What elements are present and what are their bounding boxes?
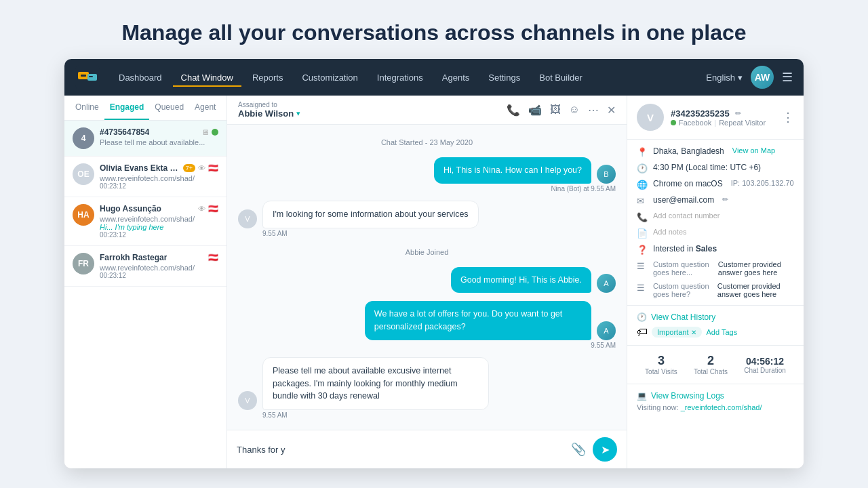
rp-browser-row: 🌐 Chrome on macOS IP: 103.205.132.70 bbox=[637, 179, 794, 190]
user-avatar[interactable]: AW bbox=[751, 66, 774, 89]
online-badge bbox=[212, 129, 218, 136]
image-icon[interactable]: 🖼 bbox=[550, 104, 561, 116]
tab-engaged[interactable]: Engaged bbox=[104, 96, 150, 120]
chat-item-time: 00:23:12 bbox=[100, 182, 218, 190]
sidebar-tabs: Online Engaged Queued Agent bbox=[64, 96, 226, 121]
list-item[interactable]: 4 #4735647854 🖥 Please tell me about ava… bbox=[64, 121, 226, 157]
nav-bot-builder[interactable]: Bot Builder bbox=[531, 68, 591, 87]
monitor-icon: 🖥 bbox=[201, 128, 209, 136]
navbar-right: English ▾ AW ☰ bbox=[706, 66, 793, 89]
message-bubble: Good morning! Hi, This is Abbie. bbox=[451, 267, 591, 293]
list-item[interactable]: OE Olivia Evans Ekta Bishal N... 7+ 👁 🇦🇹… bbox=[64, 157, 226, 197]
nav-dashboard[interactable]: Dashboard bbox=[111, 68, 170, 87]
nav-agents[interactable]: Agents bbox=[434, 68, 477, 87]
visiting-now: Visiting now: _reveinfotech.com/shad/ bbox=[637, 403, 794, 411]
navbar: Dashboard Chat Window Reports Customizat… bbox=[64, 59, 804, 96]
chat-item-content: Farrokh Rastegar 🇦🇹 www.reveinfotech.com… bbox=[100, 253, 218, 279]
more-options-icon[interactable]: ⋮ bbox=[782, 110, 794, 125]
view-on-map-link[interactable]: View on Map bbox=[732, 146, 775, 155]
edit-email-icon[interactable]: ✏ bbox=[722, 195, 728, 204]
add-tags-link[interactable]: Add Tags bbox=[706, 328, 737, 336]
tab-agent[interactable]: Agent bbox=[189, 96, 221, 120]
chat-item-name: #4735647854 bbox=[100, 127, 149, 137]
assigned-to-section: Assaigned to Abbie Wilson ▾ bbox=[238, 101, 300, 119]
list-item[interactable]: HA Hugo Assunção 👁 🇦🇹 www.reveinfotech.c… bbox=[64, 197, 226, 246]
agent-avatar: A bbox=[597, 274, 616, 293]
close-button[interactable]: ✕ bbox=[607, 104, 616, 117]
question-icon: ❓ bbox=[637, 245, 648, 255]
list-icon: ☰ bbox=[637, 283, 648, 293]
chat-item-content: Hugo Assunção 👁 🇦🇹 www.reveinfotech.com/… bbox=[100, 204, 218, 239]
rp-time-row: 🕐 4:30 PM (Local time: UTC +6) bbox=[637, 163, 794, 174]
message-group: Hi, This is Nina. How can I help you? B … bbox=[238, 157, 616, 192]
chat-item-name: Olivia Evans Ekta Bishal N... bbox=[100, 163, 180, 173]
agent-joined-notice: Abbie Joined bbox=[238, 248, 616, 256]
language-label: English bbox=[706, 73, 735, 83]
chevron-down-icon: ▾ bbox=[738, 73, 743, 83]
list-item[interactable]: FR Farrokh Rastegar 🇦🇹 www.reveinfotech.… bbox=[64, 246, 226, 287]
tab-queued[interactable]: Queued bbox=[149, 96, 189, 120]
more-icon[interactable]: ⋯ bbox=[588, 104, 599, 117]
stat-chat-duration: 04:56:12 Chat Duration bbox=[744, 356, 786, 374]
phone-icon[interactable]: 📞 bbox=[507, 104, 520, 117]
nav-chat-window[interactable]: Chat Window bbox=[173, 68, 241, 87]
chat-date-divider: Chat Started - 23 May 2020 bbox=[238, 138, 616, 146]
clock-icon: 🕐 bbox=[637, 163, 648, 174]
message-row: We have a lot of offers for you. Do you … bbox=[238, 301, 616, 340]
rp-stats: 3 Total Visits 2 Total Chats 04:56:12 Ch… bbox=[627, 346, 804, 384]
unread-badge: 7+ bbox=[183, 164, 195, 172]
location-icon: 📍 bbox=[637, 147, 648, 157]
chat-item-typing: Hi... I'm typing here bbox=[100, 223, 218, 231]
email-icon: ✉ bbox=[637, 196, 648, 206]
notes-icon: 📄 bbox=[637, 228, 648, 239]
edit-icon[interactable]: ✏ bbox=[735, 109, 741, 118]
message-group: We have a lot of offers for you. Do you … bbox=[238, 301, 616, 349]
nav-settings[interactable]: Settings bbox=[480, 68, 528, 87]
attach-icon[interactable]: 📎 bbox=[571, 442, 586, 457]
chat-input[interactable] bbox=[237, 445, 564, 455]
chat-input-area: 📎 ➤ bbox=[227, 430, 627, 468]
assigned-to-label: Assaigned to bbox=[238, 101, 300, 108]
chat-messages: Chat Started - 23 May 2020 Hi, This is N… bbox=[227, 125, 627, 430]
svg-rect-2 bbox=[81, 75, 86, 77]
flag-icon: 🇦🇹 bbox=[208, 163, 218, 173]
chat-item-preview: www.reveinfotech.com/shad/ bbox=[100, 264, 218, 272]
bot-avatar: B bbox=[597, 165, 616, 184]
clock-icon: 🕐 bbox=[637, 312, 647, 322]
language-selector[interactable]: English ▾ bbox=[706, 73, 743, 83]
rp-browse-section: 💻 View Browsing Logs Visiting now: _reve… bbox=[627, 384, 804, 418]
send-button[interactable]: ➤ bbox=[593, 437, 617, 462]
chat-item-name: Hugo Assunção bbox=[100, 204, 161, 214]
agent-avatar: A bbox=[597, 321, 616, 340]
assigned-dropdown[interactable]: ▾ bbox=[296, 109, 300, 118]
eye-icon: 👁 bbox=[198, 164, 205, 172]
tag-remove-icon[interactable]: ✕ bbox=[691, 329, 696, 336]
view-chat-history-link[interactable]: 🕐 View Chat History bbox=[637, 312, 794, 322]
chat-window: Assaigned to Abbie Wilson ▾ 📞 📹 🖼 ☺ ⋯ ✕ bbox=[227, 96, 627, 468]
message-row: V I'm looking for some information about… bbox=[238, 201, 616, 228]
stat-total-chats: 2 Total Chats bbox=[694, 354, 728, 375]
hamburger-icon[interactable]: ☰ bbox=[782, 70, 793, 85]
message-row: Good morning! Hi, This is Abbie. A bbox=[238, 267, 616, 293]
chat-item-meta: 7+ 👁 🇦🇹 bbox=[183, 163, 218, 173]
view-browsing-logs-link[interactable]: 💻 View Browsing Logs bbox=[637, 391, 794, 401]
emoji-icon[interactable]: ☺ bbox=[569, 104, 580, 116]
nav-customization[interactable]: Customization bbox=[294, 68, 366, 87]
visiting-url-link[interactable]: _reveinfotech.com/shad/ bbox=[681, 403, 762, 411]
chat-item-time: 00:23:12 bbox=[100, 272, 218, 279]
rp-info-list: 📍 Dhaka, Bangladesh View on Map 🕐 4:30 P… bbox=[627, 140, 804, 306]
tag-icon: 🏷 bbox=[637, 326, 648, 338]
right-panel: V #34235235235 ✏ Facebook | Repeat Visit… bbox=[627, 96, 804, 468]
phone-icon: 📞 bbox=[637, 212, 648, 222]
app-container: Dashboard Chat Window Reports Customizat… bbox=[64, 59, 804, 468]
main-layout: Online Engaged Queued Agent 4 #473564785… bbox=[64, 96, 804, 468]
chat-item-preview: www.reveinfotech.com/shad/ bbox=[100, 215, 218, 223]
nav-links: Dashboard Chat Window Reports Customizat… bbox=[111, 68, 706, 87]
nav-reports[interactable]: Reports bbox=[244, 68, 292, 87]
tab-online[interactable]: Online bbox=[70, 96, 104, 120]
video-icon[interactable]: 📹 bbox=[528, 104, 542, 117]
visitor-id: #34235235235 bbox=[671, 108, 730, 119]
nav-integrations[interactable]: Integrations bbox=[369, 68, 431, 87]
sidebar: Online Engaged Queued Agent 4 #473564785… bbox=[64, 96, 227, 468]
chat-item-content: #4735647854 🖥 Please tell me about avail… bbox=[100, 127, 218, 146]
